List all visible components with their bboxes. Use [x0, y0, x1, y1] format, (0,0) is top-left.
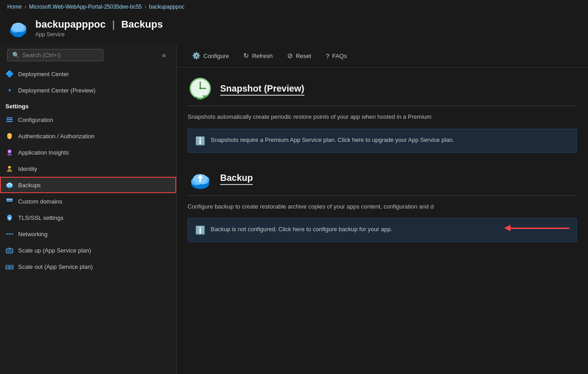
svg-rect-4	[6, 117, 13, 118]
faqs-icon: ?	[326, 52, 329, 60]
snapshot-info-text: Snapshots require a Premium App Service …	[211, 136, 454, 145]
svg-rect-18	[9, 201, 10, 201]
sidebar: 🔍 « 🔷 Deployment Center 🔹 Deployment Cen…	[0, 44, 177, 374]
snapshot-info-box[interactable]: ℹ️ Snapshots require a Premium App Servi…	[188, 129, 577, 153]
svg-point-10	[8, 166, 11, 169]
sidebar-item-label: Deployment Center	[18, 71, 69, 78]
collapse-button[interactable]: «	[157, 49, 171, 62]
breadcrumb-home[interactable]: Home	[7, 4, 22, 10]
page-title: backupapppoc | Backups	[35, 19, 163, 30]
sidebar-item-label: Networking	[18, 231, 48, 238]
deployment-center-icon: 🔷	[5, 70, 14, 78]
app-insights-icon	[5, 148, 14, 156]
breadcrumb: Home › Microsoft.Web-WebApp-Portal-25035…	[0, 0, 588, 14]
sidebar-item-networking[interactable]: ↔ Networking	[0, 226, 176, 242]
svg-rect-31	[6, 266, 9, 268]
snapshot-info-icon: ℹ️	[195, 136, 205, 146]
sidebar-item-label: Application Insights	[18, 149, 69, 156]
configuration-icon	[5, 116, 14, 124]
reset-button[interactable]: ⊘ Reset	[281, 49, 318, 63]
sidebar-item-scale-up[interactable]: Scale up (App Service plan)	[0, 242, 176, 258]
backup-info-box[interactable]: ℹ️ Backup is not configured. Click here …	[188, 218, 577, 242]
svg-rect-12	[7, 171, 12, 172]
sidebar-item-label: Deployment Center (Preview)	[18, 87, 96, 94]
refresh-icon: ↻	[243, 52, 249, 60]
svg-point-23	[12, 233, 13, 235]
scale-out-icon	[5, 262, 14, 271]
faqs-button[interactable]: ? FAQs	[319, 49, 353, 63]
snapshot-description: Snapshots automatically create periodic …	[188, 112, 577, 121]
breadcrumb-resource-group[interactable]: Microsoft.Web-WebApp-Portal-25035dee-bc5…	[29, 4, 142, 10]
backups-icon	[5, 181, 14, 189]
svg-rect-32	[10, 266, 13, 268]
backup-divider	[188, 195, 577, 196]
search-bar[interactable]: 🔍	[7, 49, 103, 61]
backup-icon	[188, 166, 213, 192]
page-subtitle: App Service	[35, 31, 163, 38]
search-icon: 🔍	[12, 52, 19, 58]
svg-point-14	[6, 183, 13, 187]
refresh-button[interactable]: ↻ Refresh	[237, 49, 279, 63]
svg-rect-19	[11, 201, 12, 201]
svg-rect-5	[6, 119, 13, 120]
tls-ssl-icon	[5, 214, 14, 222]
configure-button[interactable]: ⚙️ Configure	[186, 49, 235, 63]
content-area: ⚙️ Configure ↻ Refresh ⊘ Reset ? FAQs	[177, 44, 588, 374]
configure-icon: ⚙️	[192, 52, 201, 60]
page-header: backupapppoc | Backups App Service	[0, 14, 588, 44]
sidebar-item-label: Scale out (App Service plan)	[18, 263, 93, 270]
backup-section: Backup Configure backup to create restor…	[188, 166, 577, 243]
svg-rect-11	[8, 170, 11, 170]
search-input[interactable]	[22, 52, 98, 58]
sidebar-item-label: Identity	[18, 165, 37, 172]
auth-icon	[5, 132, 14, 140]
sidebar-item-label: Custom domains	[18, 198, 63, 205]
svg-point-8	[7, 154, 12, 156]
arrow-line	[511, 228, 569, 229]
sidebar-item-label: Backups	[18, 182, 41, 189]
sidebar-item-label: Authentication / Authorization	[18, 133, 94, 140]
networking-icon: ↔	[5, 230, 14, 238]
sidebar-item-backups[interactable]: Backups	[0, 177, 176, 193]
app-icon	[7, 17, 29, 39]
snapshot-icon	[188, 77, 213, 102]
backup-info-icon: ℹ️	[195, 225, 205, 235]
svg-text:↔: ↔	[9, 233, 11, 235]
breadcrumb-app[interactable]: backupapppoc	[149, 4, 184, 10]
svg-rect-17	[7, 201, 8, 201]
sidebar-item-label: Configuration	[18, 117, 53, 123]
arrow-head	[504, 225, 511, 231]
sidebar-item-scale-out[interactable]: Scale out (App Service plan)	[0, 258, 176, 275]
svg-point-37	[199, 87, 201, 89]
content-body: Snapshot (Preview) Snapshots automatical…	[177, 68, 588, 374]
sidebar-item-tls-ssl[interactable]: TLS/SSL settings	[0, 209, 176, 226]
svg-rect-20	[9, 217, 10, 219]
sidebar-item-auth[interactable]: Authentication / Authorization	[0, 128, 176, 144]
sidebar-item-custom-domains[interactable]: Custom domains	[0, 193, 176, 209]
sidebar-item-identity[interactable]: Identity	[0, 160, 176, 177]
backup-title: Backup	[220, 173, 253, 185]
svg-point-9	[9, 151, 10, 152]
arrow-indicator	[504, 225, 569, 231]
custom-domains-icon	[5, 197, 14, 205]
snapshot-title: Snapshot (Preview)	[220, 83, 304, 96]
page-header-text: backupapppoc | Backups App Service	[35, 19, 163, 38]
svg-point-22	[6, 233, 8, 235]
sidebar-item-label: TLS/SSL settings	[18, 214, 63, 221]
snapshot-section: Snapshot (Preview) Snapshots automatical…	[188, 77, 577, 153]
sidebar-item-app-insights[interactable]: Application Insights	[0, 144, 176, 160]
settings-section-label: Settings	[0, 98, 176, 112]
svg-rect-6	[6, 121, 13, 122]
sidebar-item-deployment-center-preview[interactable]: 🔹 Deployment Center (Preview)	[0, 82, 176, 98]
deployment-center-preview-icon: 🔹	[5, 86, 14, 94]
sidebar-item-label: Scale up (App Service plan)	[18, 247, 91, 254]
identity-icon	[5, 165, 14, 173]
svg-rect-28	[7, 250, 12, 252]
snapshot-divider	[188, 106, 577, 106]
toolbar: ⚙️ Configure ↻ Refresh ⊘ Reset ? FAQs	[177, 44, 588, 68]
reset-icon: ⊘	[287, 52, 293, 60]
backup-info-text: Backup is not configured. Click here to …	[211, 225, 392, 234]
sidebar-item-configuration[interactable]: Configuration	[0, 112, 176, 128]
sidebar-item-deployment-center[interactable]: 🔷 Deployment Center	[0, 66, 176, 82]
scale-up-icon	[5, 246, 14, 254]
